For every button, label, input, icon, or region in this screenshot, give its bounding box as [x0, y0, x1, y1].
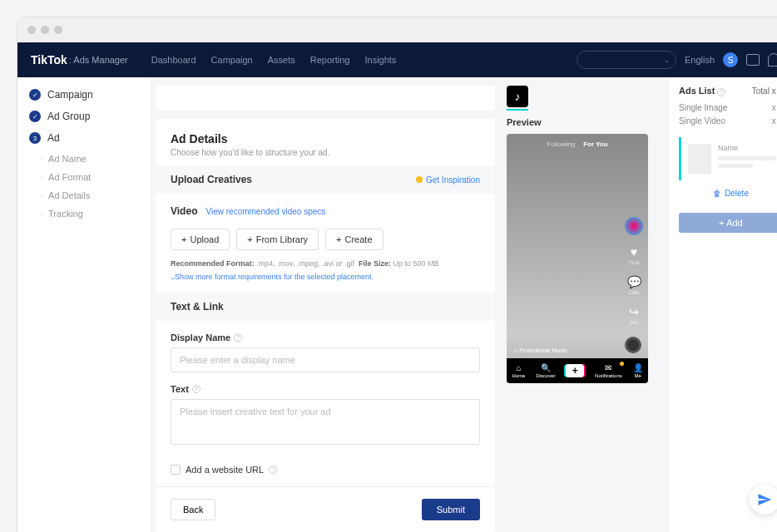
ad-text-input[interactable]	[171, 399, 480, 445]
placeholder-line	[718, 156, 776, 160]
info-icon[interactable]: ?	[269, 466, 277, 474]
delete-ad-link[interactable]: 🗑 Delete	[679, 189, 777, 198]
comment-icon: 💬	[626, 275, 641, 290]
step-adgroup[interactable]: Ad Group	[29, 111, 139, 122]
music-disc-icon	[625, 337, 641, 353]
check-icon	[29, 111, 41, 122]
bulb-icon	[416, 176, 423, 183]
substep-adname[interactable]: Ad Name	[41, 154, 139, 164]
page-title: Ad Details	[171, 132, 480, 145]
add-ad-button[interactable]: + Add	[679, 213, 777, 233]
ads-list-sidebar: Ads List ? Total x 0 Single Imagex 0 Sin…	[668, 77, 777, 532]
substep-tracking[interactable]: Tracking	[41, 209, 139, 219]
preview-tab-foryou[interactable]: For You	[583, 140, 607, 148]
video-specs-link[interactable]: View recommended video specs	[205, 207, 325, 216]
placeholder-name-label: Name	[718, 144, 776, 152]
ad-placeholder-card[interactable]: Name	[679, 137, 777, 180]
ads-row-image: Single Imagex 0	[679, 103, 777, 112]
check-icon	[29, 89, 41, 101]
submit-button[interactable]: Submit	[422, 499, 480, 520]
shares-count: 242	[626, 320, 641, 325]
nav-discover-icon: 🔍Discover	[536, 363, 555, 378]
tiktok-logo-icon[interactable]: ♪	[507, 86, 528, 107]
show-more-link[interactable]: ⌵Show more format requirements for the s…	[171, 273, 480, 281]
nav-dashboard[interactable]: Dashboard	[151, 55, 196, 65]
nav-insights[interactable]: Insights	[364, 55, 396, 65]
ads-row-video: Single Videox 0	[679, 116, 777, 126]
card-placeholder-top	[156, 86, 495, 111]
nav-notif-icon: ✉Notifications	[595, 363, 622, 378]
display-name-label: Display Name	[171, 332, 230, 342]
nav-campaign[interactable]: Campaign	[211, 55, 253, 65]
step-number: 3	[29, 132, 41, 144]
nav-assets[interactable]: Assets	[268, 55, 295, 65]
inbox-icon[interactable]	[746, 54, 760, 66]
substep-addetails[interactable]: Ad Details	[41, 190, 139, 200]
brand-sub: : Ads Manager	[69, 55, 128, 65]
step-campaign[interactable]: Campaign	[29, 89, 139, 101]
left-sidebar: Campaign Ad Group 3 Ad Ad Name Ad Format…	[17, 77, 151, 532]
step-label: Campaign	[47, 89, 93, 101]
step-ad[interactable]: 3 Ad	[29, 132, 139, 144]
browser-chrome	[17, 17, 777, 42]
preview-tab-following[interactable]: Following	[547, 140, 575, 148]
info-icon[interactable]: ?	[192, 385, 200, 393]
user-avatar[interactable]: S	[723, 52, 738, 67]
video-label: Video	[171, 205, 197, 217]
step-label: Ad Group	[47, 111, 90, 122]
display-name-input[interactable]	[171, 347, 480, 372]
url-checkbox-label: Add a website URL	[186, 465, 264, 475]
share-icon: ↪	[626, 305, 641, 320]
nav-home-icon: ⌂Home	[512, 363, 525, 378]
ad-details-card: Ad Details Choose how you'd like to stru…	[156, 119, 495, 532]
chrome-close[interactable]	[27, 26, 36, 34]
from-library-button[interactable]: + From Library	[236, 229, 319, 250]
comments-count: 1281	[626, 290, 641, 295]
step-label: Ad	[47, 132, 60, 144]
info-icon[interactable]: ?	[717, 88, 725, 96]
nav-create-icon: +	[566, 364, 584, 377]
likes-count: 711k	[626, 260, 641, 265]
preview-column: ♪ Preview Following For You ♥ 711k	[507, 86, 656, 532]
send-icon	[757, 492, 772, 507]
music-label: Promotional Music	[513, 347, 567, 353]
preview-tab-underline	[507, 109, 528, 111]
get-inspiration-link[interactable]: Get Inspiration	[416, 175, 480, 185]
trash-icon: 🗑	[713, 189, 721, 198]
url-checkbox[interactable]	[171, 465, 181, 475]
text-link-section-title: Text & Link	[171, 301, 224, 313]
preview-label: Preview	[507, 117, 656, 127]
chrome-minimize[interactable]	[41, 26, 49, 34]
preview-avatar-icon	[625, 217, 643, 235]
page-subtitle: Choose how you'd like to structure your …	[171, 148, 480, 157]
back-button[interactable]: Back	[171, 499, 215, 520]
language-selector[interactable]: English	[685, 55, 715, 65]
nav-reporting[interactable]: Reporting	[310, 55, 350, 65]
phone-bottom-nav: ⌂Home 🔍Discover + ✉Notifications 👤Me	[507, 358, 648, 383]
top-nav: TikTok : Ads Manager Dashboard Campaign …	[17, 42, 777, 77]
chrome-maximize[interactable]	[54, 26, 62, 34]
phone-preview: Following For You ♥ 711k 💬 1281	[507, 134, 648, 383]
account-dropdown[interactable]	[577, 51, 676, 69]
ads-list-title: Ads List	[679, 86, 715, 96]
notification-icon[interactable]	[768, 53, 777, 66]
brand-logo: TikTok	[31, 53, 67, 66]
placeholder-thumb	[688, 144, 711, 174]
create-button[interactable]: + Create	[325, 229, 383, 250]
nav-menu: Dashboard Campaign Assets Reporting Insi…	[151, 55, 397, 65]
info-icon[interactable]: ?	[234, 333, 242, 342]
nav-me-icon: 👤Me	[633, 363, 643, 378]
placeholder-line	[718, 164, 753, 168]
upload-button[interactable]: + Upload	[171, 229, 230, 250]
text-label: Text	[171, 384, 189, 394]
heart-icon: ♥	[626, 245, 641, 260]
total-count: Total x 0	[752, 86, 777, 96]
help-fab[interactable]	[750, 485, 777, 515]
substep-adformat[interactable]: Ad Format	[41, 172, 139, 182]
format-requirements: Recommended Format: .mp4, .mov, .mpeg, .…	[171, 259, 480, 270]
upload-section-title: Upload Creatives	[171, 174, 252, 185]
